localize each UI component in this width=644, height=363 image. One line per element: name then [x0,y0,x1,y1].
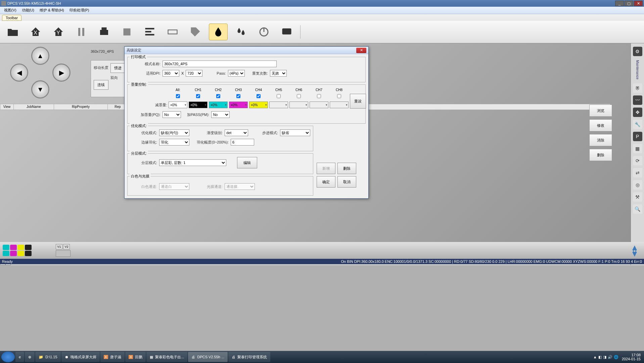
tray-icon[interactable]: 🌐 [614,355,618,359]
stop-button[interactable] [118,24,136,40]
dpad-down-button[interactable]: ▼ [31,80,49,98]
dialog-titlebar[interactable]: 高级设定 ✕ [125,47,368,54]
ch5-checkbox[interactable] [277,94,281,98]
sync-icon[interactable]: ⇄ [633,168,642,177]
reduce-ch4-select[interactable]: +0% [249,102,268,108]
toolbar-overflow-handle[interactable] [300,25,303,39]
reduce-ch7-select[interactable] [310,102,328,108]
cancel-button[interactable]: 取消 [337,176,356,188]
menu-prepress[interactable]: 印前处理(P) [67,7,92,13]
delete-button[interactable]: 删除 [589,149,612,161]
step-mode-select[interactable]: 缺省 [280,129,310,136]
system-tray[interactable]: ▲ ◧ ◨ 🔊 🌐 17:08 2024-01-15 [593,353,643,361]
home-x-button[interactable]: X [26,24,45,40]
home-y-button[interactable]: Y [49,24,68,40]
gear-icon[interactable]: ⚙ [633,47,642,56]
dpad-up-button[interactable]: ▲ [31,47,49,65]
ch2-checkbox[interactable] [216,94,220,98]
opt-mode-select[interactable]: 缺省(均匀) [159,129,189,136]
reduce-ch6-select[interactable] [289,102,308,108]
taskbar-ie-icon[interactable]: e [15,352,24,362]
taskbar-browser-icon[interactable]: ⊕ [25,352,35,362]
add-ink-pq-select[interactable]: No [163,111,181,118]
reduce-ch8-select[interactable] [330,102,349,108]
open-folder-button[interactable] [3,24,22,40]
taskbar-item-4[interactable]: ▦聚泰彩色电子出... [146,352,187,362]
clock[interactable]: 17:08 2024-01-15 [620,353,643,361]
taskbar-item-6[interactable]: 🖨聚泰打印管理系统 [228,352,270,362]
add-pass-pm-select[interactable]: No [211,111,230,118]
taskbar-item-0[interactable]: 📁D:\1.15 [35,352,60,362]
minimize-button[interactable]: _ [615,1,624,6]
repeat-select[interactable]: 无效 [270,70,287,77]
single-drop-button[interactable] [209,24,228,40]
adjust-icon[interactable]: ⚒ [633,192,642,202]
add-mode-button[interactable]: 新增 [317,163,335,174]
target-icon[interactable]: ◎ [633,180,642,190]
dpi-x-select[interactable]: 360 [163,70,179,77]
print-button[interactable] [95,24,113,40]
tag-button[interactable] [186,24,205,40]
preview-button[interactable]: 浏览 [589,105,612,117]
reduce-ch2-select[interactable]: +0% [209,102,228,108]
multi-drop-button[interactable] [232,24,250,40]
wrench-icon[interactable]: 🔧 [633,120,642,129]
reduce-ch3-select[interactable]: +0% [229,102,248,108]
taskbar-item-1[interactable]: ⏺嗨格式录屏大师 [61,352,100,362]
col-jobname[interactable]: JobName [14,104,54,110]
taskbar-item-3[interactable]: X田鹏 [125,352,146,362]
taskbar-item-5[interactable]: 🖨DPCS V2.55h ... [188,352,228,362]
tray-icon[interactable]: 🔊 [608,355,612,359]
ch3-checkbox[interactable] [236,94,240,98]
align-button[interactable] [140,24,159,40]
refresh-icon[interactable]: ⟳ [633,156,642,165]
layer-mode-select[interactable]: 单层彩, 层数: 1 [159,159,226,166]
network-icon[interactable]: ▦ [633,144,642,153]
edit-layer-button[interactable]: 编辑 [237,157,257,168]
ch4-checkbox[interactable] [257,94,261,98]
pass-select[interactable]: (4Ps) [228,70,245,77]
ok-button[interactable]: 确定 [317,176,335,188]
pause-button[interactable] [72,24,91,40]
v1-toggle[interactable]: V1 [56,244,62,249]
maximize-button[interactable]: ▢ [625,1,633,6]
tray-icon[interactable]: ◨ [603,355,606,359]
tray-icon[interactable]: ◧ [598,355,602,359]
feather-select[interactable]: 羽化 [159,139,189,146]
ch1-checkbox[interactable] [196,94,200,98]
move-icon[interactable]: ✥ [633,108,642,117]
delete-mode-button[interactable]: 删除 [337,163,356,174]
clear-button[interactable]: 清除 [589,134,612,146]
mode-name-input[interactable] [163,61,277,67]
shield-icon[interactable]: ⛨ [633,83,642,93]
menu-view[interactable]: 视图(V) [1,7,19,13]
feather-amount-input[interactable] [231,139,254,146]
power-button[interactable] [255,24,273,40]
p-icon[interactable]: P [633,132,642,141]
grad-level-select[interactable]: det [225,129,248,136]
dialog-close-button[interactable]: ✕ [356,48,366,53]
reduce-ch1-select[interactable]: +0% [189,102,208,108]
dpad-right-button[interactable]: ▶ [52,64,71,82]
reduce-ch5-select[interactable] [269,102,288,108]
zoom-icon[interactable]: 🔍 [633,204,642,214]
taskbar-item-2[interactable]: X唐子涵 [100,352,125,362]
ruler-button[interactable] [163,24,182,40]
tray-icon[interactable]: ▲ [593,355,597,359]
close-button[interactable]: ✕ [634,1,643,6]
v2-toggle[interactable]: V2 [63,244,70,249]
toolbar-tab[interactable]: Toolbar [2,15,21,21]
connect-button[interactable]: 连续 [94,80,108,90]
start-button[interactable] [1,352,15,362]
reset-button[interactable]: 重设 [350,94,366,109]
ch-all-checkbox[interactable] [176,94,180,98]
ch6-checkbox[interactable] [297,94,301,98]
menu-maintenance[interactable]: 维护 & 帮助(H) [37,7,67,13]
menu-function[interactable]: 功能(U) [19,7,37,13]
reduce-all-select[interactable]: +0% [169,102,187,108]
modify-button[interactable]: 修改 [589,119,612,131]
screen-button[interactable] [277,24,296,40]
manual-button[interactable]: 惯进 [110,63,125,73]
wave-icon[interactable]: 〰 [633,95,642,105]
col-ripproperty[interactable]: RipProperty [54,104,108,110]
